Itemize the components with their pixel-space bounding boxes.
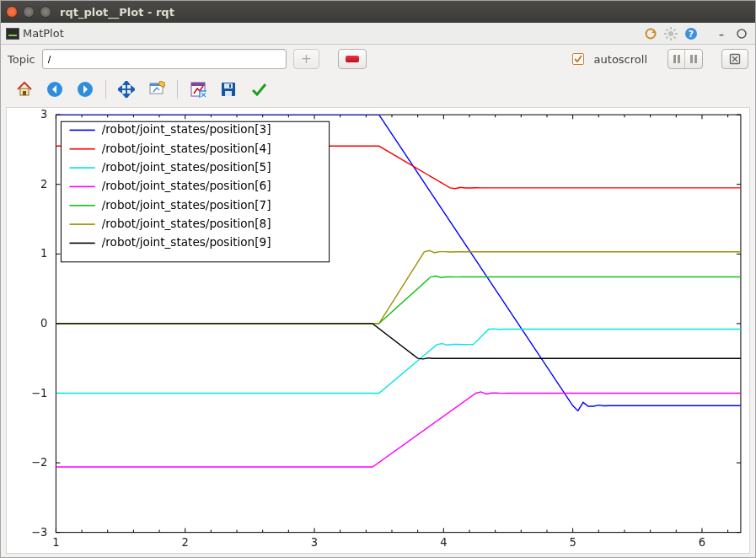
svg-point-12 <box>737 30 746 38</box>
svg-rect-13 <box>673 55 676 63</box>
svg-text:1: 1 <box>40 247 47 260</box>
legend: /robot/joint_states/position[3]/robot/jo… <box>61 121 329 262</box>
svg-text:6: 6 <box>699 536 705 549</box>
svg-line-6 <box>667 29 668 30</box>
topic-input[interactable] <box>42 49 287 69</box>
clear-icon <box>729 53 741 65</box>
save-button[interactable] <box>218 79 239 99</box>
subplots-button[interactable] <box>188 79 208 99</box>
settings-icon[interactable] <box>662 25 679 42</box>
window-titlebar: rqt_plot__Plot - rqt <box>1 1 755 23</box>
window-title: rqt_plot__Plot - rqt <box>60 6 174 19</box>
edit-button[interactable] <box>249 79 269 99</box>
autoscroll-label: autoscroll <box>594 53 647 66</box>
remove-topic-button[interactable] <box>338 49 367 69</box>
add-topic-button[interactable]: + <box>293 49 319 69</box>
svg-text:4: 4 <box>440 536 447 549</box>
pan-button[interactable] <box>116 79 137 99</box>
legend-label: /robot/joint_states/position[8] <box>102 217 271 230</box>
svg-text:3: 3 <box>40 108 47 121</box>
panel-header: MatPlot ? - <box>1 23 755 45</box>
dock-float-icon[interactable] <box>733 25 750 42</box>
topic-toolbar: Topic + autoscroll <box>1 45 755 73</box>
svg-rect-37 <box>229 84 231 88</box>
svg-text:2: 2 <box>40 178 47 190</box>
svg-text:?: ? <box>689 29 694 40</box>
minus-icon <box>346 56 359 62</box>
svg-text:0: 0 <box>40 317 47 330</box>
window-close-icon[interactable] <box>6 6 18 18</box>
svg-rect-16 <box>694 55 697 63</box>
app-window: rqt_plot__Plot - rqt MatPlot ? - Topic + <box>0 0 756 558</box>
legend-label: /robot/joint_states/position[6] <box>102 179 271 192</box>
svg-rect-30 <box>191 83 205 86</box>
window-minimize-icon[interactable] <box>23 6 35 18</box>
zoom-button[interactable] <box>147 79 167 99</box>
legend-label: /robot/joint_states/position[5] <box>102 160 271 174</box>
legend-label: /robot/joint_states/position[7] <box>102 198 271 212</box>
window-maximize-icon[interactable] <box>40 6 51 18</box>
svg-text:2: 2 <box>182 536 189 549</box>
plus-icon: + <box>301 52 312 66</box>
pause-icon[interactable] <box>668 50 685 68</box>
legend-label: /robot/joint_states/position[9] <box>102 235 271 249</box>
topic-label: Topic <box>8 53 35 66</box>
reload-icon[interactable] <box>642 25 659 42</box>
matplot-icon <box>6 28 19 40</box>
svg-text:1: 1 <box>52 536 59 549</box>
legend-label: /robot/joint_states/position[3] <box>102 122 271 136</box>
forward-button[interactable] <box>75 79 95 99</box>
resume-icon[interactable] <box>685 50 702 68</box>
svg-rect-14 <box>678 55 680 63</box>
panel-title: MatPlot <box>23 27 64 40</box>
legend-label: /robot/joint_states/position[4] <box>102 142 271 155</box>
home-button[interactable] <box>14 79 35 99</box>
help-icon[interactable]: ? <box>683 25 700 42</box>
svg-point-1 <box>668 31 673 36</box>
svg-text:−1: −1 <box>31 386 47 399</box>
dock-minimize-icon[interactable]: - <box>713 25 730 42</box>
svg-text:−2: −2 <box>31 456 47 469</box>
svg-line-8 <box>667 36 668 38</box>
svg-rect-21 <box>23 91 26 95</box>
svg-line-9 <box>674 29 676 30</box>
back-button[interactable] <box>45 79 65 99</box>
svg-rect-36 <box>225 91 232 96</box>
svg-line-7 <box>674 36 676 38</box>
svg-text:−3: −3 <box>31 526 47 539</box>
svg-rect-35 <box>224 83 233 89</box>
pause-resume-toggle[interactable] <box>668 49 703 69</box>
autoscroll-checkbox[interactable] <box>572 53 584 65</box>
plot-area[interactable]: −3−2−10123123456/robot/joint_states/posi… <box>6 107 750 554</box>
svg-text:5: 5 <box>569 536 576 549</box>
clear-button[interactable] <box>721 49 748 69</box>
svg-text:3: 3 <box>311 536 318 549</box>
mpl-nav-toolbar <box>1 73 755 105</box>
svg-point-0 <box>646 29 656 38</box>
svg-rect-15 <box>690 55 693 63</box>
